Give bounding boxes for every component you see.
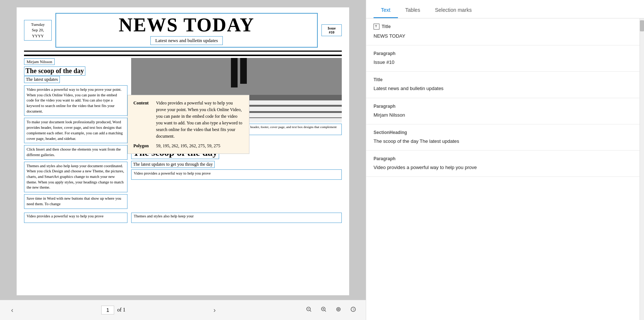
popup-content-row: Content Video provides a powerful way to… [133, 100, 243, 140]
svg-point-18 [337, 307, 340, 311]
panel-value-title-2: Latest news and bulletin updates [374, 85, 632, 92]
panel-section-title-1: Title NEWS TODAY [366, 18, 640, 45]
zoom-controls: ? [304, 305, 358, 315]
svg-rect-5 [240, 58, 247, 84]
document-content: Tuesday Sep 20, YYYY NEWS TODAY Latest n… [0, 0, 366, 300]
panel-section-heading: SectionHeading The scoop of the day The … [366, 124, 640, 151]
panel-section-paragraph-3: Paragraph Video provides a powerful way … [366, 151, 640, 177]
right-panel: Text Tables Selection marks Title NEWS T… [366, 0, 644, 320]
popup-content-label: Content [133, 100, 149, 138]
panel-label-title-2: Title [374, 77, 632, 82]
document-toolbar: ‹ of 1 › ? [0, 300, 366, 320]
panel-content: Title NEWS TODAY Paragraph Issue #10 Tit… [366, 18, 640, 320]
panel-with-scroll: Title NEWS TODAY Paragraph Issue #10 Tit… [366, 18, 644, 320]
tab-tables[interactable]: Tables [398, 2, 427, 18]
paragraph-5: Save time in Word with new buttons that … [24, 194, 127, 209]
panel-label-heading: SectionHeading [374, 130, 632, 135]
next-page-button[interactable]: › [210, 304, 219, 316]
svg-rect-4 [231, 58, 238, 87]
panel-section-paragraph-2: Paragraph Mirjam Nilsson [366, 98, 640, 124]
date-box: Tuesday Sep 20, YYYY [24, 20, 52, 41]
page-number-input[interactable] [101, 306, 114, 314]
panel-tabs: Text Tables Selection marks [366, 0, 644, 18]
panel-label-paragraph-1: Paragraph [374, 51, 632, 56]
scrollbar-thumb[interactable] [640, 20, 644, 31]
masthead-title: NEWS TODAY [58, 16, 315, 35]
newspaper-page: Tuesday Sep 20, YYYY NEWS TODAY Latest n… [17, 7, 349, 295]
zoom-out-button[interactable] [304, 305, 314, 315]
left-column: Mirjam Nilsson The scoop of the day The … [24, 58, 127, 211]
panel-label-paragraph-2: Paragraph [374, 104, 632, 109]
second-section-subtitle: The latest updates to get you through th… [131, 161, 215, 168]
first-section-subtitle: The latest updates [24, 76, 60, 83]
panel-value-paragraph-3: Video provides a powerful way to help yo… [374, 164, 632, 171]
popup-polygon-row: Polygon 59, 195, 262, 195, 262, 275, 59,… [133, 142, 243, 149]
masthead: NEWS TODAY Latest news and bulletin upda… [55, 13, 318, 48]
news-body-wrapper: Mirjam Nilsson The scoop of the day The … [24, 58, 342, 223]
bottom-left-partial: Video provides a powerful way to help yo… [24, 213, 127, 223]
paragraph-3: Click Insert and then choose the element… [24, 145, 127, 159]
zoom-help-button[interactable]: ? [348, 305, 358, 315]
scrollbar-track[interactable] [640, 18, 644, 320]
svg-point-19 [338, 309, 339, 310]
panel-section-title-2: Title Latest news and bulletin updates [366, 72, 640, 98]
panel-label-title-1: Title [374, 24, 632, 30]
panel-value-paragraph-1: Issue #10 [374, 59, 632, 66]
tab-text[interactable]: Text [374, 2, 398, 18]
svg-line-13 [310, 310, 311, 312]
paragraph-2: To make your document look professionall… [24, 118, 127, 143]
popup-polygon-value: 59, 195, 262, 195, 262, 275, 59, 275 [156, 142, 220, 149]
zoom-in-button[interactable] [318, 305, 329, 315]
zoom-fit-button[interactable] [333, 305, 344, 315]
panel-value-heading: The scoop of the day The latest updates [374, 138, 632, 145]
page-of-text: of 1 [117, 307, 125, 313]
thick-divider [24, 55, 342, 56]
prev-page-button[interactable]: ‹ [7, 304, 17, 316]
second-partial-text: Video provides a powerful way to help yo… [131, 169, 342, 180]
masthead-subtitle: Latest news and bulletin updates [150, 36, 223, 45]
content-popup: Content Video provides a powerful way to… [127, 95, 249, 154]
panel-value-title-1: NEWS TODAY [374, 33, 632, 39]
paragraph-4: Themes and styles also help keep your do… [24, 162, 127, 192]
popup-polygon-label: Polygon [133, 142, 149, 149]
issue-box: Issue #10 [321, 24, 342, 36]
svg-text:?: ? [352, 308, 354, 312]
panel-label-paragraph-3: Paragraph [374, 156, 632, 161]
panel-value-paragraph-2: Mirjam Nilsson [374, 112, 632, 118]
title-icon [374, 24, 379, 30]
bottom-right-partial: Themes and styles also help keep your [131, 213, 342, 223]
panel-section-paragraph-1: Paragraph Issue #10 [366, 45, 640, 72]
tab-selection-marks[interactable]: Selection marks [427, 2, 479, 18]
popup-content-text: Video provides a powerful way to help yo… [156, 100, 243, 140]
document-viewer: Tuesday Sep 20, YYYY NEWS TODAY Latest n… [0, 0, 366, 320]
page-indicator: of 1 [101, 306, 125, 314]
newspaper-header: Tuesday Sep 20, YYYY NEWS TODAY Latest n… [24, 13, 342, 52]
svg-line-17 [325, 310, 326, 312]
paragraph-1: Video provides a powerful way to help yo… [24, 85, 127, 116]
bottom-partial-row: Video provides a powerful way to help yo… [24, 213, 342, 223]
first-author-box: Mirjam Nilsson [24, 58, 55, 65]
first-section-title: The scoop of the day [24, 66, 85, 76]
